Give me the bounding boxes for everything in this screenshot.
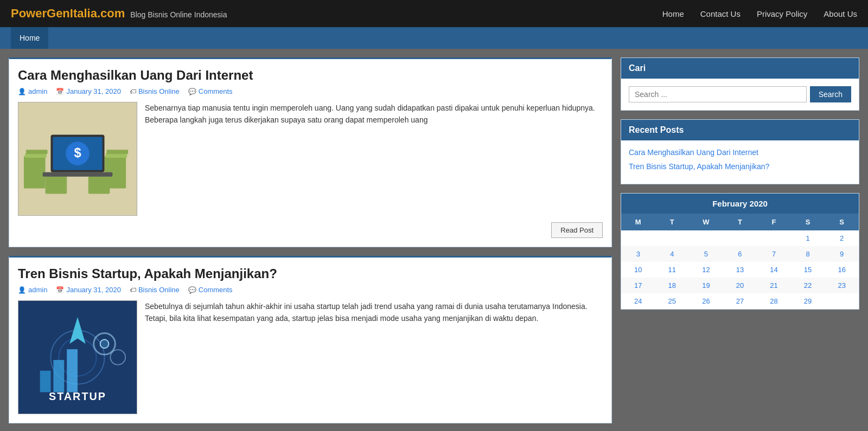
cal-day-link-3[interactable]: 3 <box>636 250 640 258</box>
cal-day-1-1[interactable]: 4 <box>655 246 690 262</box>
cal-day-link-29[interactable]: 29 <box>804 297 812 305</box>
cal-day-link-8[interactable]: 8 <box>806 250 809 258</box>
cal-day-link-20[interactable]: 20 <box>736 281 744 290</box>
svg-text:$: $ <box>74 145 81 160</box>
recent-post-link-2[interactable]: Tren Bisnis Startup, Apakah Menjanjikan? <box>629 162 851 171</box>
cal-day-4-2[interactable]: 26 <box>689 293 723 309</box>
nav-about[interactable]: About Us <box>824 9 857 18</box>
svg-rect-20 <box>67 349 78 392</box>
cal-day-link-1[interactable]: 1 <box>806 234 809 242</box>
cal-day-2-0[interactable]: 10 <box>621 262 655 278</box>
nav-contact[interactable]: Contact Us <box>700 9 741 18</box>
nav-links: Home Contact Us Privacy Policy About Us <box>662 9 857 18</box>
cal-day-0-3 <box>723 230 757 246</box>
post-comments-link-1[interactable]: Comments <box>199 87 233 95</box>
search-button[interactable]: Search <box>810 86 851 102</box>
post-title-2[interactable]: Tren Bisnis Startup, Apakah Menjanjikan? <box>18 266 603 281</box>
cal-day-4-3[interactable]: 27 <box>723 293 757 309</box>
cal-day-3-5[interactable]: 22 <box>791 278 825 293</box>
cal-day-link-2[interactable]: 2 <box>840 234 844 242</box>
cal-day-link-28[interactable]: 28 <box>770 297 777 305</box>
cal-day-link-6[interactable]: 6 <box>738 250 742 258</box>
cal-day-link-7[interactable]: 7 <box>772 250 776 258</box>
cal-day-link-9[interactable]: 9 <box>840 250 844 258</box>
cal-day-2-4[interactable]: 14 <box>757 262 791 278</box>
cal-day-2-1[interactable]: 11 <box>655 262 690 278</box>
search-input[interactable] <box>629 86 807 102</box>
cal-day-link-17[interactable]: 17 <box>634 281 642 290</box>
cal-day-1-3[interactable]: 6 <box>723 246 757 262</box>
calendar-row-0: 12 <box>621 230 859 246</box>
nav-home[interactable]: Home <box>662 9 684 18</box>
cal-day-link-22[interactable]: 22 <box>804 281 812 290</box>
cal-day-1-2[interactable]: 5 <box>689 246 723 262</box>
cal-day-link-21[interactable]: 21 <box>770 281 777 290</box>
cal-day-4-0[interactable]: 24 <box>621 293 655 309</box>
cal-day-3-0[interactable]: 17 <box>621 278 655 293</box>
post-category-link-2[interactable]: Bisnis Online <box>138 286 180 294</box>
cal-day-4-1[interactable]: 25 <box>655 293 690 309</box>
cal-day-4-4[interactable]: 28 <box>757 293 791 309</box>
post-author-2: 👤 admin <box>18 286 47 294</box>
cal-day-1-5[interactable]: 8 <box>791 246 825 262</box>
cal-day-1-0[interactable]: 3 <box>621 246 655 262</box>
post-image-2: STARTUP <box>18 300 137 414</box>
cal-day-3-3[interactable]: 20 <box>723 278 757 293</box>
read-more-btn-1[interactable]: Read Post <box>551 222 603 238</box>
main-wrapper: Cara Menghasilkan Uang Dari Internet 👤 a… <box>0 49 868 431</box>
cal-day-link-11[interactable]: 11 <box>668 266 676 274</box>
secondary-nav-home[interactable]: Home <box>11 27 48 49</box>
post-category-link-1[interactable]: Bisnis Online <box>138 87 180 95</box>
calendar-body: 1234567891011121314151617181920212223242… <box>621 230 859 309</box>
cal-day-2-2[interactable]: 12 <box>689 262 723 278</box>
cal-day-link-13[interactable]: 13 <box>736 266 744 274</box>
post-meta-2: 👤 admin 📅 January 31, 2020 🏷 Bisnis Onli… <box>18 286 603 294</box>
cal-day-1-6[interactable]: 9 <box>825 246 859 262</box>
cal-day-0-6[interactable]: 2 <box>825 230 859 246</box>
read-more-wrap-1: Read Post <box>18 222 603 238</box>
cal-day-link-24[interactable]: 24 <box>634 297 642 305</box>
cal-day-link-18[interactable]: 18 <box>668 281 676 290</box>
cal-day-link-27[interactable]: 27 <box>736 297 744 305</box>
site-brand: PowerGenItalia.com Blog Bisnis Online In… <box>11 7 227 21</box>
post-author-1: 👤 admin <box>18 87 47 95</box>
cal-day-2-5[interactable]: 15 <box>791 262 825 278</box>
cal-th-m: M <box>621 214 655 230</box>
post-author-link-1[interactable]: admin <box>28 87 47 95</box>
recent-post-link-1[interactable]: Cara Menghasilkan Uang Dari Internet <box>629 148 851 157</box>
svg-rect-18 <box>40 371 51 393</box>
post-comments-link-2[interactable]: Comments <box>199 286 233 294</box>
nav-privacy[interactable]: Privacy Policy <box>757 9 807 18</box>
site-title[interactable]: PowerGenItalia.com <box>11 7 125 21</box>
cal-day-link-14[interactable]: 14 <box>770 266 777 274</box>
cal-day-link-4[interactable]: 4 <box>670 250 674 258</box>
cal-day-0-4 <box>757 230 791 246</box>
cal-day-3-6[interactable]: 23 <box>825 278 859 293</box>
top-nav: PowerGenItalia.com Blog Bisnis Online In… <box>0 0 868 27</box>
cal-day-1-4[interactable]: 7 <box>757 246 791 262</box>
svg-rect-1 <box>24 156 46 188</box>
cal-day-2-3[interactable]: 13 <box>723 262 757 278</box>
cal-day-link-16[interactable]: 16 <box>838 266 845 274</box>
post-title-1[interactable]: Cara Menghasilkan Uang Dari Internet <box>18 68 603 83</box>
cal-day-2-6[interactable]: 16 <box>825 262 859 278</box>
cal-day-0-0 <box>621 230 655 246</box>
cal-day-3-2[interactable]: 19 <box>689 278 723 293</box>
cal-day-link-25[interactable]: 25 <box>668 297 676 305</box>
cal-day-3-4[interactable]: 21 <box>757 278 791 293</box>
cal-day-4-5[interactable]: 29 <box>791 293 825 309</box>
calendar-icon-1: 📅 <box>56 88 64 95</box>
recent-posts-title: Recent Posts <box>621 120 859 140</box>
post-author-link-2[interactable]: admin <box>28 286 47 294</box>
user-icon-1: 👤 <box>18 88 26 95</box>
cal-day-link-15[interactable]: 15 <box>804 266 812 274</box>
cal-day-3-1[interactable]: 18 <box>655 278 690 293</box>
tag-icon-1: 🏷 <box>130 88 136 95</box>
cal-day-link-19[interactable]: 19 <box>702 281 710 290</box>
cal-day-link-5[interactable]: 5 <box>704 250 708 258</box>
cal-day-0-5[interactable]: 1 <box>791 230 825 246</box>
cal-day-link-26[interactable]: 26 <box>702 297 710 305</box>
cal-day-link-10[interactable]: 10 <box>634 266 642 274</box>
cal-day-link-12[interactable]: 12 <box>702 266 710 274</box>
cal-day-link-23[interactable]: 23 <box>838 281 845 290</box>
